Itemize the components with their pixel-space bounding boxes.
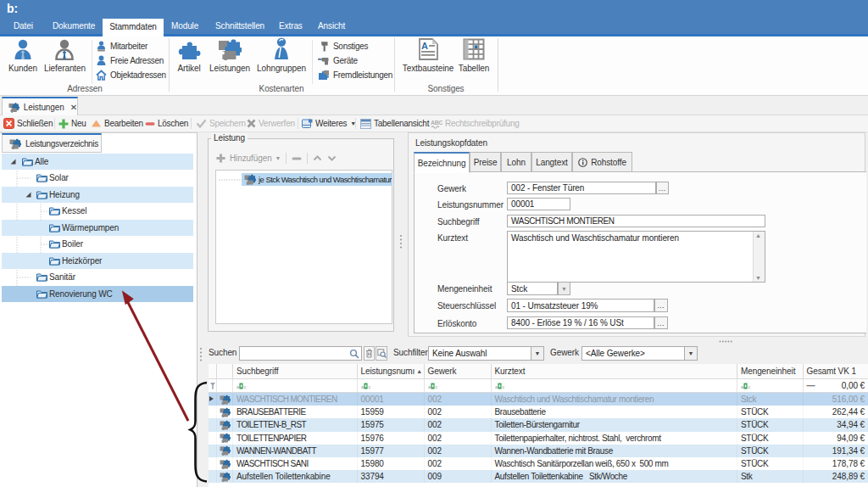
svg-text:a: a xyxy=(361,383,364,389)
svg-text:ABC: ABC xyxy=(431,120,442,126)
svg-text:c: c xyxy=(244,383,247,389)
svg-text:c: c xyxy=(748,383,751,389)
svg-text:a: a xyxy=(236,383,240,389)
svg-text:c: c xyxy=(502,383,504,389)
svg-text:c: c xyxy=(435,383,437,389)
svg-text:a: a xyxy=(428,383,431,389)
svg-text:c: c xyxy=(368,383,370,389)
svg-text:A: A xyxy=(421,41,428,51)
